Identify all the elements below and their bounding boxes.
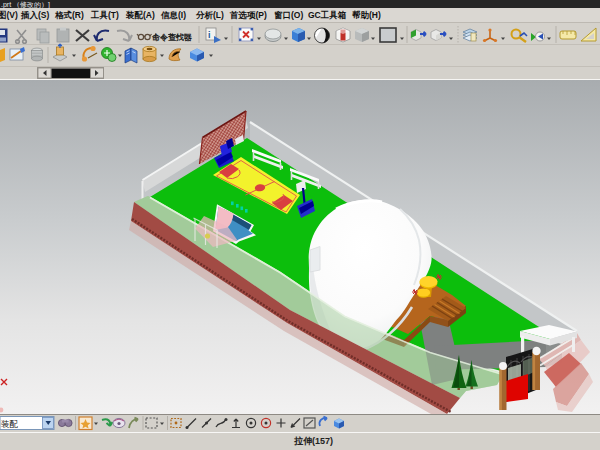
svg-text:首选项(P): 首选项(P) [229,10,267,20]
svg-text:工具(T): 工具(T) [90,10,119,20]
svg-text:i: i [208,30,211,40]
svg-text:分析(L): 分析(L) [195,10,224,20]
svg-text:插入(S): 插入(S) [20,10,50,20]
svg-text:帮助(H): 帮助(H) [352,10,381,20]
svg-text:.prt （修改的）]: .prt （修改的）] [1,1,50,9]
svg-text:信息(I): 信息(I) [160,10,186,20]
svg-text:装配: 装配 [1,419,19,429]
svg-text:拉伸(157): 拉伸(157) [293,436,333,446]
svg-text:窗口(O): 窗口(O) [274,10,303,20]
svg-text:装配(A): 装配(A) [125,10,155,20]
svg-text:图(V): 图(V) [0,10,18,20]
svg-text:格式(R): 格式(R) [54,10,84,20]
svg-text:GC工具箱: GC工具箱 [308,10,347,20]
